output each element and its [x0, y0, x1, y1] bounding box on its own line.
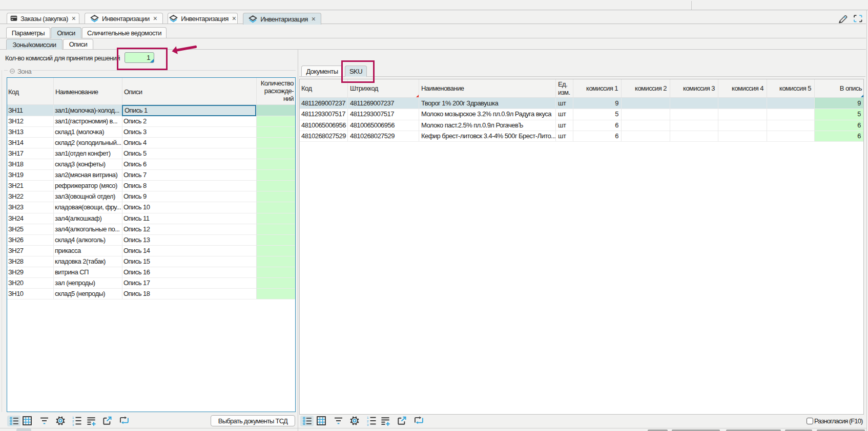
svg-text:2: 2 — [72, 420, 74, 423]
svg-text:1: 1 — [367, 416, 369, 419]
svg-text:1: 1 — [72, 416, 74, 419]
svg-text:2: 2 — [367, 420, 369, 423]
svg-text:3: 3 — [367, 423, 369, 426]
svg-text:3: 3 — [72, 423, 74, 426]
